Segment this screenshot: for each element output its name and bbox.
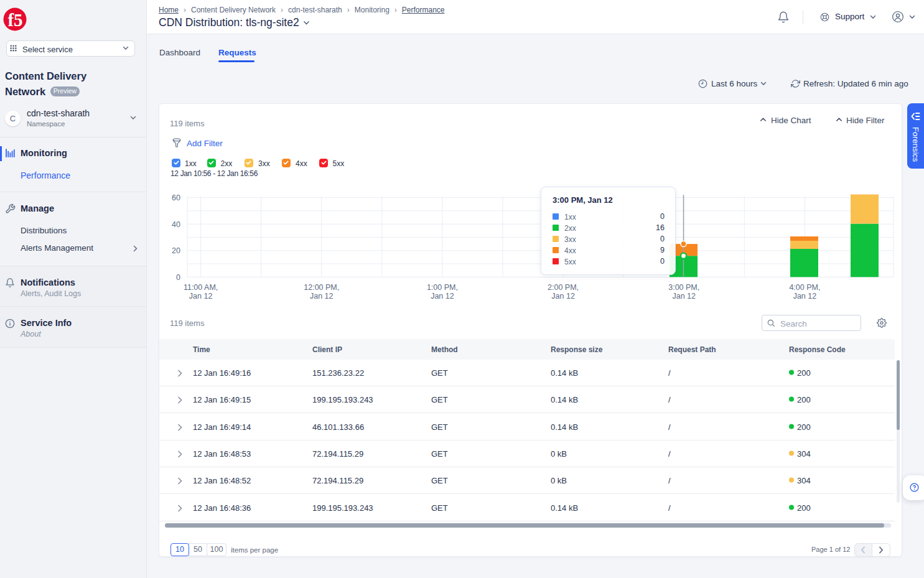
svg-text:60: 60: [172, 193, 180, 202]
svg-text:Jan 12: Jan 12: [310, 292, 334, 301]
svg-text:Jan 12: Jan 12: [551, 292, 575, 301]
svg-text:12:00 PM,: 12:00 PM,: [304, 283, 339, 292]
svg-text:Jan 12: Jan 12: [793, 292, 817, 301]
svg-text:Jan 12: Jan 12: [189, 292, 213, 301]
svg-text:Jan 12: Jan 12: [672, 292, 696, 301]
svg-text:0: 0: [176, 273, 180, 282]
svg-text:3:00 PM,: 3:00 PM,: [668, 283, 699, 292]
svg-text:f5: f5: [7, 10, 22, 30]
svg-text:1:00 PM,: 1:00 PM,: [427, 283, 458, 292]
svg-text:Jan 12: Jan 12: [431, 292, 454, 301]
svg-text:4:00 PM,: 4:00 PM,: [789, 283, 820, 292]
svg-text:20: 20: [172, 246, 180, 255]
svg-text:11:00 AM,: 11:00 AM,: [184, 283, 218, 292]
svg-text:40: 40: [172, 220, 180, 229]
svg-text:2:00 PM,: 2:00 PM,: [548, 283, 579, 292]
